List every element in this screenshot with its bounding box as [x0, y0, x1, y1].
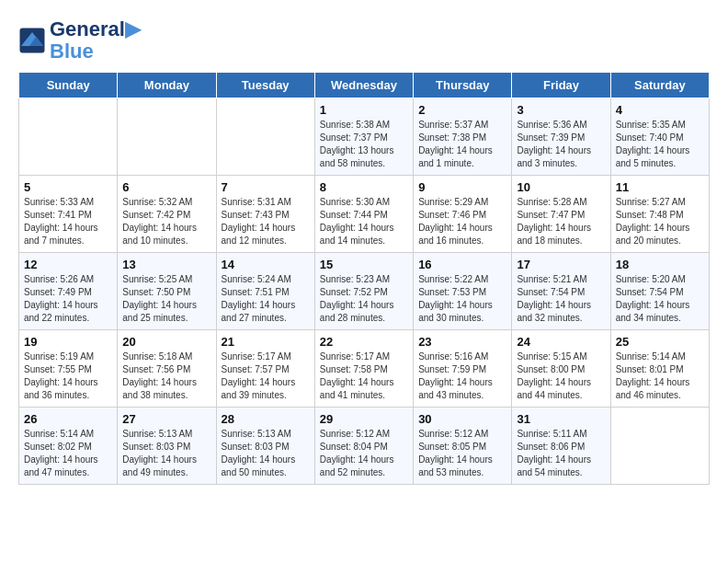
day-number: 25 [616, 335, 704, 349]
day-number: 17 [517, 258, 605, 271]
day-number: 21 [222, 335, 310, 349]
header-sunday: Sunday [19, 73, 118, 98]
calendar-cell: 7Sunrise: 5:31 AMSunset: 7:43 PMDaylight… [216, 176, 314, 253]
day-info: Sunrise: 5:36 AMSunset: 7:39 PMDaylight:… [517, 119, 605, 170]
day-number: 7 [222, 180, 310, 194]
calendar-cell: 29Sunrise: 5:12 AMSunset: 8:04 PMDayligh… [314, 408, 413, 485]
calendar-week-row: 26Sunrise: 5:14 AMSunset: 8:02 PMDayligh… [19, 408, 710, 485]
calendar-cell: 10Sunrise: 5:28 AMSunset: 7:47 PMDayligh… [512, 176, 610, 253]
calendar-cell: 23Sunrise: 5:16 AMSunset: 7:59 PMDayligh… [414, 330, 512, 408]
calendar-cell: 12Sunrise: 5:26 AMSunset: 7:49 PMDayligh… [19, 253, 118, 330]
calendar-cell: 31Sunrise: 5:11 AMSunset: 8:06 PMDayligh… [512, 408, 610, 485]
day-number: 28 [222, 412, 310, 426]
day-number: 3 [517, 103, 605, 117]
calendar-week-row: 1Sunrise: 5:38 AMSunset: 7:37 PMDaylight… [19, 98, 710, 176]
calendar-cell: 14Sunrise: 5:24 AMSunset: 7:51 PMDayligh… [216, 253, 314, 330]
day-number: 8 [320, 180, 408, 194]
header-wednesday: Wednesday [314, 73, 413, 98]
header-monday: Monday [118, 73, 216, 98]
header-saturday: Saturday [610, 73, 709, 98]
calendar-cell: 3Sunrise: 5:36 AMSunset: 7:39 PMDaylight… [512, 98, 610, 176]
day-number: 23 [418, 335, 506, 349]
day-info: Sunrise: 5:14 AMSunset: 8:02 PMDaylight:… [24, 428, 112, 479]
day-number: 19 [24, 335, 112, 349]
day-number: 1 [320, 103, 408, 117]
calendar-cell: 24Sunrise: 5:15 AMSunset: 8:00 PMDayligh… [512, 330, 610, 408]
calendar-cell: 25Sunrise: 5:14 AMSunset: 8:01 PMDayligh… [610, 330, 709, 408]
day-info: Sunrise: 5:27 AMSunset: 7:48 PMDaylight:… [616, 196, 704, 247]
header-tuesday: Tuesday [216, 73, 314, 98]
calendar-cell: 8Sunrise: 5:30 AMSunset: 7:44 PMDaylight… [314, 176, 413, 253]
calendar-cell: 27Sunrise: 5:13 AMSunset: 8:03 PMDayligh… [118, 408, 216, 485]
day-info: Sunrise: 5:31 AMSunset: 7:43 PMDaylight:… [222, 196, 310, 247]
day-number: 29 [320, 412, 408, 426]
calendar-cell: 9Sunrise: 5:29 AMSunset: 7:46 PMDaylight… [414, 176, 512, 253]
day-number: 27 [122, 412, 210, 426]
day-info: Sunrise: 5:30 AMSunset: 7:44 PMDaylight:… [320, 196, 408, 247]
calendar-cell: 13Sunrise: 5:25 AMSunset: 7:50 PMDayligh… [118, 253, 216, 330]
logo: General▶ Blue [18, 18, 141, 63]
calendar-cell: 1Sunrise: 5:38 AMSunset: 7:37 PMDaylight… [314, 98, 413, 176]
day-number: 15 [320, 258, 408, 271]
day-number: 6 [122, 180, 210, 194]
calendar-cell: 16Sunrise: 5:22 AMSunset: 7:53 PMDayligh… [414, 253, 512, 330]
day-info: Sunrise: 5:21 AMSunset: 7:54 PMDaylight:… [517, 273, 605, 325]
day-number: 5 [24, 180, 112, 194]
day-info: Sunrise: 5:32 AMSunset: 7:42 PMDaylight:… [122, 196, 210, 247]
page-header: General▶ Blue [18, 18, 710, 63]
day-info: Sunrise: 5:13 AMSunset: 8:03 PMDaylight:… [222, 428, 310, 479]
day-number: 11 [616, 180, 704, 194]
calendar-cell: 19Sunrise: 5:19 AMSunset: 7:55 PMDayligh… [19, 330, 118, 408]
calendar-cell [118, 98, 216, 176]
day-number: 13 [122, 258, 210, 271]
day-number: 12 [24, 258, 112, 271]
day-info: Sunrise: 5:12 AMSunset: 8:04 PMDaylight:… [320, 428, 408, 479]
day-info: Sunrise: 5:17 AMSunset: 7:57 PMDaylight:… [222, 350, 310, 402]
calendar-week-row: 5Sunrise: 5:33 AMSunset: 7:41 PMDaylight… [19, 176, 710, 253]
calendar-cell: 4Sunrise: 5:35 AMSunset: 7:40 PMDaylight… [610, 98, 709, 176]
day-number: 2 [418, 103, 506, 117]
day-info: Sunrise: 5:11 AMSunset: 8:06 PMDaylight:… [517, 428, 605, 479]
calendar-cell: 5Sunrise: 5:33 AMSunset: 7:41 PMDaylight… [19, 176, 118, 253]
day-info: Sunrise: 5:19 AMSunset: 7:55 PMDaylight:… [24, 350, 112, 402]
day-info: Sunrise: 5:38 AMSunset: 7:37 PMDaylight:… [320, 119, 408, 170]
calendar-cell: 20Sunrise: 5:18 AMSunset: 7:56 PMDayligh… [118, 330, 216, 408]
day-number: 14 [222, 258, 310, 271]
calendar-cell: 2Sunrise: 5:37 AMSunset: 7:38 PMDaylight… [414, 98, 512, 176]
day-number: 24 [517, 335, 605, 349]
day-number: 16 [418, 258, 506, 271]
day-info: Sunrise: 5:18 AMSunset: 7:56 PMDaylight:… [122, 350, 210, 402]
day-info: Sunrise: 5:23 AMSunset: 7:52 PMDaylight:… [320, 273, 408, 325]
day-number: 30 [418, 412, 506, 426]
calendar-cell: 21Sunrise: 5:17 AMSunset: 7:57 PMDayligh… [216, 330, 314, 408]
day-number: 20 [122, 335, 210, 349]
calendar-table: SundayMondayTuesdayWednesdayThursdayFrid… [18, 72, 710, 485]
day-info: Sunrise: 5:14 AMSunset: 8:01 PMDaylight:… [616, 350, 704, 402]
day-info: Sunrise: 5:28 AMSunset: 7:47 PMDaylight:… [517, 196, 605, 247]
day-info: Sunrise: 5:16 AMSunset: 7:59 PMDaylight:… [418, 350, 506, 402]
calendar-week-row: 12Sunrise: 5:26 AMSunset: 7:49 PMDayligh… [19, 253, 710, 330]
day-number: 4 [616, 103, 704, 117]
day-info: Sunrise: 5:29 AMSunset: 7:46 PMDaylight:… [418, 196, 506, 247]
calendar-cell: 17Sunrise: 5:21 AMSunset: 7:54 PMDayligh… [512, 253, 610, 330]
calendar-cell: 22Sunrise: 5:17 AMSunset: 7:58 PMDayligh… [314, 330, 413, 408]
day-info: Sunrise: 5:13 AMSunset: 8:03 PMDaylight:… [122, 428, 210, 479]
day-number: 10 [517, 180, 605, 194]
day-info: Sunrise: 5:35 AMSunset: 7:40 PMDaylight:… [616, 119, 704, 170]
calendar-cell: 30Sunrise: 5:12 AMSunset: 8:05 PMDayligh… [414, 408, 512, 485]
header-friday: Friday [512, 73, 610, 98]
calendar-cell: 26Sunrise: 5:14 AMSunset: 8:02 PMDayligh… [19, 408, 118, 485]
calendar-cell [19, 98, 118, 176]
calendar-cell: 15Sunrise: 5:23 AMSunset: 7:52 PMDayligh… [314, 253, 413, 330]
day-info: Sunrise: 5:15 AMSunset: 8:00 PMDaylight:… [517, 350, 605, 402]
logo-icon [18, 27, 46, 54]
calendar-week-row: 19Sunrise: 5:19 AMSunset: 7:55 PMDayligh… [19, 330, 710, 408]
calendar-cell [610, 408, 709, 485]
day-info: Sunrise: 5:26 AMSunset: 7:49 PMDaylight:… [24, 273, 112, 325]
calendar-cell: 6Sunrise: 5:32 AMSunset: 7:42 PMDaylight… [118, 176, 216, 253]
day-info: Sunrise: 5:22 AMSunset: 7:53 PMDaylight:… [418, 273, 506, 325]
day-info: Sunrise: 5:17 AMSunset: 7:58 PMDaylight:… [320, 350, 408, 402]
calendar-cell [216, 98, 314, 176]
day-number: 22 [320, 335, 408, 349]
day-info: Sunrise: 5:33 AMSunset: 7:41 PMDaylight:… [24, 196, 112, 247]
